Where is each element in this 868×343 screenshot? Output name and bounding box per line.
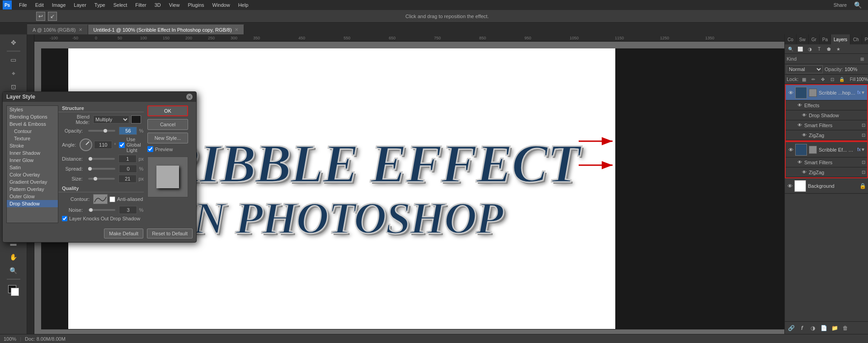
noise-thumb[interactable] xyxy=(89,208,93,212)
style-item-texture[interactable]: Texture xyxy=(7,135,58,142)
new-style-button[interactable]: New Style... xyxy=(147,133,188,143)
search-button[interactable]: 🔍 xyxy=(850,1,865,9)
delete-layer-btn[interactable]: 🗑 xyxy=(841,324,850,333)
menu-edit[interactable]: Edit xyxy=(32,1,47,9)
layer-scribble-photoshop[interactable]: 👁 Scribble Ef... Photoshop fx ▼ xyxy=(786,142,867,157)
spread-thumb[interactable] xyxy=(88,167,92,171)
angle-input[interactable]: 110 xyxy=(94,141,112,149)
style-item-contour[interactable]: Contour xyxy=(7,128,58,135)
cancel-button[interactable]: Cancel xyxy=(147,119,188,130)
filter-type-icon[interactable]: T xyxy=(815,45,823,52)
layer-fx-2[interactable]: fx xyxy=(857,147,861,152)
opacity-thumb[interactable] xyxy=(104,129,107,133)
new-fill-btn[interactable]: ◑ xyxy=(808,324,817,333)
style-item-inner-glow[interactable]: Inner Glow xyxy=(7,157,58,164)
make-default-button[interactable]: Make Default xyxy=(104,229,143,238)
tool-options-icon2[interactable]: ↙ xyxy=(48,12,57,21)
layer-background[interactable]: 👁 Background 🔒 xyxy=(785,178,868,194)
blend-mode-select-dialog[interactable]: Multiply Normal xyxy=(93,115,129,124)
noise-slider[interactable] xyxy=(88,209,115,211)
panel-tab-ch[interactable]: Ch xyxy=(850,34,862,44)
menu-help[interactable]: Help xyxy=(235,1,252,9)
layer-effects-eye[interactable]: 👁 xyxy=(797,102,803,109)
global-light-checkbox[interactable] xyxy=(119,142,125,148)
fx-btn[interactable]: f xyxy=(797,324,807,333)
preview-checkbox[interactable] xyxy=(147,146,153,152)
new-group-btn[interactable]: 📁 xyxy=(830,324,839,333)
panel-tab-gr[interactable]: Gr xyxy=(809,34,820,44)
panel-tab-co[interactable]: Co xyxy=(785,34,797,44)
dialog-close-button[interactable]: ✕ xyxy=(186,94,193,100)
layer-zigzag-eye-2[interactable]: 👁 xyxy=(801,169,807,176)
panel-tab-pa2[interactable]: Pa xyxy=(862,34,868,44)
layer-eye-bg[interactable]: 👁 xyxy=(787,183,793,189)
layer-zigzag-eye-1[interactable]: 👁 xyxy=(801,132,807,138)
layer-scribble-copy[interactable]: 👁 Scribble ...hop copy fx ▼ xyxy=(786,85,867,100)
size-slider[interactable] xyxy=(88,178,115,180)
panel-tab-layers[interactable]: Layers xyxy=(831,34,850,44)
panel-tab-sw[interactable]: Sw xyxy=(797,34,809,44)
layer-smart-filters-1[interactable]: 👁 Smart Filters ⊡ xyxy=(786,120,867,130)
style-item-stroke[interactable]: Stroke xyxy=(7,142,58,149)
smart-filters-icon-2[interactable]: ⊡ xyxy=(862,160,865,165)
menu-view[interactable]: View xyxy=(165,1,184,9)
layer-options-2[interactable]: ▼ xyxy=(861,147,865,152)
lock-position-btn[interactable]: ✥ xyxy=(819,76,827,83)
opacity-input[interactable]: 56 xyxy=(119,127,137,135)
style-item-color-overlay[interactable]: Color Overlay xyxy=(7,171,58,178)
spread-slider[interactable] xyxy=(88,168,115,170)
tab-0[interactable]: A @ 106% (RGB/8) ✕ xyxy=(27,24,88,34)
menu-layer[interactable]: Layer xyxy=(70,1,90,9)
distance-thumb[interactable] xyxy=(89,157,92,161)
menu-select[interactable]: Select xyxy=(110,1,131,9)
layer-zigzag-2[interactable]: 👁 ZigZag ⊡ xyxy=(786,167,867,177)
tab-1[interactable]: Untitled-1 @ 100% (Scribble Effect In Ph… xyxy=(88,24,244,34)
layer-knocks-checkbox[interactable] xyxy=(62,216,67,221)
layer-zigzag-1[interactable]: 👁 ZigZag ⊡ xyxy=(786,130,867,140)
lock-pixels-btn[interactable]: ✏ xyxy=(809,76,817,83)
noise-input[interactable]: 3 xyxy=(119,206,137,214)
reset-to-default-button[interactable]: Reset to Default xyxy=(147,229,193,238)
menu-image[interactable]: Image xyxy=(48,1,70,9)
style-item-gradient-overlay[interactable]: Gradient Overlay xyxy=(7,178,58,186)
layer-eye-1[interactable]: 👁 xyxy=(788,90,794,96)
anti-aliased-checkbox[interactable] xyxy=(109,196,115,202)
style-item-satin[interactable]: Satin xyxy=(7,164,58,171)
filter-smart-icon[interactable]: ★ xyxy=(834,45,842,52)
contour-preview[interactable] xyxy=(93,194,108,204)
share-button[interactable]: Share xyxy=(831,2,849,8)
filter-pixel-icon[interactable]: ⬜ xyxy=(796,45,804,52)
hand-tool[interactable]: ✋ xyxy=(7,251,20,263)
blend-color-swatch[interactable] xyxy=(131,115,141,124)
layer-sf-eye-2[interactable]: 👁 xyxy=(797,159,803,166)
style-item-pattern-overlay[interactable]: Pattern Overlay xyxy=(7,186,58,193)
lock-transparency-btn[interactable]: ▦ xyxy=(800,76,808,83)
layer-filter-btn[interactable]: ⊞ xyxy=(858,55,866,62)
smart-filters-icon-1[interactable]: ⊡ xyxy=(862,123,865,128)
style-item-bevel[interactable]: Bevel & Emboss xyxy=(7,120,58,128)
new-layer-btn[interactable]: 📄 xyxy=(819,324,828,333)
menu-window[interactable]: Window xyxy=(209,1,234,9)
move-tool[interactable]: ✥ xyxy=(7,36,20,49)
size-input[interactable]: 21 xyxy=(118,175,137,183)
zigzag-icon-2[interactable]: ⊡ xyxy=(862,170,865,175)
spread-input[interactable]: 0 xyxy=(119,165,137,173)
tool-options-icon[interactable]: ↩ xyxy=(36,12,45,21)
lasso-tool[interactable]: ⌖ xyxy=(7,67,20,80)
layer-fx-1[interactable]: fx xyxy=(857,90,861,95)
layer-options-1[interactable]: ▼ xyxy=(861,90,865,95)
layer-effects-1[interactable]: 👁 Effects xyxy=(786,100,867,110)
distance-input[interactable]: 1 xyxy=(118,155,137,163)
menu-file[interactable]: File xyxy=(15,1,31,9)
lock-all-btn[interactable]: 🔒 xyxy=(838,76,846,83)
style-item-blending[interactable]: Blending Options xyxy=(7,113,58,120)
opacity-slider[interactable] xyxy=(88,130,115,132)
blend-mode-select[interactable]: Normal Multiply xyxy=(787,65,823,73)
zoom-tool[interactable]: 🔍 xyxy=(7,264,20,277)
distance-slider[interactable] xyxy=(88,158,115,160)
layer-smart-filters-2[interactable]: 👁 Smart Filters ⊡ xyxy=(786,157,867,167)
filter-shape-icon[interactable]: ⬟ xyxy=(825,45,833,52)
angle-dial[interactable] xyxy=(80,138,92,151)
menu-type[interactable]: Type xyxy=(91,1,109,9)
tab-close-1[interactable]: ✕ xyxy=(235,27,238,32)
